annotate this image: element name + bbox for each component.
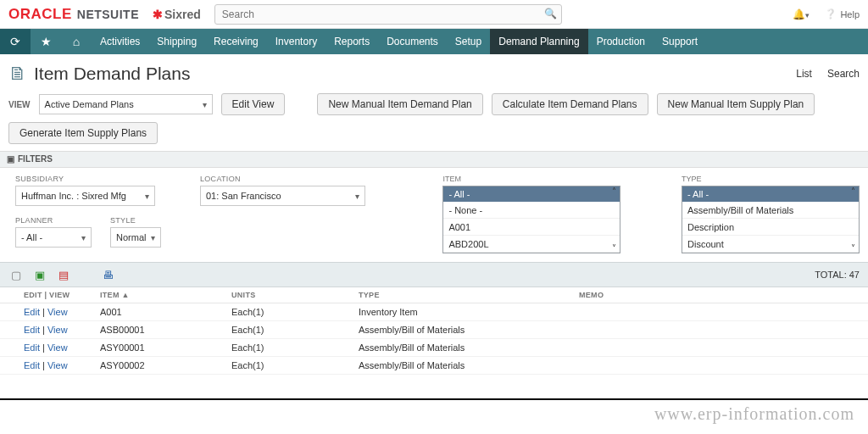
type-listbox-items: Assembly/Bill of MaterialsDescriptionDis…: [682, 202, 859, 253]
export-pdf-icon[interactable]: ▤: [56, 267, 71, 282]
cell-type: Inventory Item: [352, 303, 572, 321]
nav-item-documents[interactable]: Documents: [378, 29, 447, 54]
scroll-down-icon[interactable]: ˅: [851, 243, 855, 253]
brand-sixred: ✱ Sixred: [153, 8, 201, 21]
list-item[interactable]: ABD200L: [443, 236, 620, 253]
export-csv-icon[interactable]: ▢: [8, 267, 24, 282]
search-input[interactable]: [214, 4, 562, 25]
location-select[interactable]: 01: San Francisco: [200, 186, 365, 206]
watermark: www.erp-information.com: [654, 404, 854, 424]
style-select[interactable]: Normal: [110, 227, 161, 248]
calculate-demand-button[interactable]: Calculate Item Demand Plans: [492, 93, 648, 115]
type-listbox-head[interactable]: - All -: [682, 186, 859, 202]
nav-star-icon[interactable]: ★: [31, 35, 61, 48]
table-body: Edit | ViewA001Each(1)Inventory ItemEdit…: [0, 303, 868, 375]
cell-item: A001: [93, 303, 225, 321]
view-link[interactable]: View: [47, 325, 68, 335]
generate-row: Generate Item Supply Plans: [0, 120, 868, 151]
view-select[interactable]: Active Demand Plans: [39, 94, 213, 114]
filters-left: SUBSIDIARY Huffman Inc. : Sixred Mfg LOC…: [15, 175, 387, 248]
export-excel-icon[interactable]: ▣: [32, 267, 47, 282]
scroll-down-icon[interactable]: ˅: [612, 243, 616, 253]
list-link[interactable]: List: [796, 68, 812, 80]
nav-item-shipping[interactable]: Shipping: [148, 29, 205, 54]
nav-item-setup[interactable]: Setup: [447, 29, 490, 54]
view-link[interactable]: View: [47, 307, 68, 317]
th-memo[interactable]: MEMO: [572, 287, 868, 303]
edit-link[interactable]: Edit: [24, 360, 40, 370]
cell-units: Each(1): [225, 321, 352, 339]
nav-item-activities[interactable]: Activities: [92, 29, 148, 54]
style-value: Normal: [116, 232, 146, 242]
planner-value: - All -: [21, 232, 42, 242]
view-label: VIEW: [8, 100, 31, 109]
help-link[interactable]: ❔ Help: [825, 8, 860, 19]
view-link[interactable]: View: [47, 342, 68, 353]
list-item[interactable]: Discount: [682, 236, 859, 253]
filters-collapse-icon[interactable]: ▣: [7, 151, 14, 168]
cell-memo: [572, 321, 868, 339]
th-item[interactable]: ITEM ▲: [93, 287, 225, 303]
help-icon: ❔: [825, 8, 837, 19]
nav-item-support[interactable]: Support: [654, 29, 706, 54]
main-nav: ⟳ ★ ⌂ ActivitiesShippingReceivingInvento…: [0, 29, 868, 54]
nav-item-receiving[interactable]: Receiving: [205, 29, 267, 54]
nav-recent-icon[interactable]: ⟳: [0, 29, 31, 54]
item-listbox-head[interactable]: - All -: [443, 186, 620, 202]
search-icon[interactable]: 🔍: [544, 8, 557, 19]
scroll-up-icon[interactable]: ˄: [851, 186, 855, 196]
new-manual-demand-button[interactable]: New Manual Item Demand Plan: [317, 93, 482, 115]
page-doc-icon: 🗎: [8, 63, 27, 85]
view-row: VIEW Active Demand Plans Edit View New M…: [0, 90, 868, 120]
view-select-value: Active Demand Plans: [45, 99, 134, 109]
notifications-icon[interactable]: 🔔▾: [793, 8, 810, 20]
edit-link[interactable]: Edit: [24, 342, 40, 353]
brand-sixred-text: Sixred: [164, 8, 201, 21]
cell-memo: [572, 303, 868, 321]
cell-memo: [572, 339, 868, 357]
help-label: Help: [840, 9, 860, 19]
nav-item-inventory[interactable]: Inventory: [267, 29, 326, 54]
subsidiary-select[interactable]: Huffman Inc. : Sixred Mfg: [15, 186, 155, 206]
new-manual-supply-button[interactable]: New Manual Item Supply Plan: [657, 93, 815, 115]
th-editview[interactable]: EDIT | VIEW: [0, 287, 93, 303]
cell-type: Assembly/Bill of Materials: [352, 321, 572, 339]
list-item[interactable]: Description: [682, 219, 859, 236]
type-label: TYPE: [682, 175, 860, 183]
th-type[interactable]: TYPE: [352, 287, 572, 303]
edit-link[interactable]: Edit: [24, 307, 40, 317]
type-scroll[interactable]: ˄˅: [847, 186, 859, 253]
brand-oracle-netsuite: ORACLE NETSUITE: [8, 6, 139, 23]
planner-select[interactable]: - All -: [15, 227, 92, 248]
nav-item-demand-planning[interactable]: Demand Planning: [490, 29, 587, 54]
filters-header[interactable]: ▣ FILTERS: [0, 151, 868, 168]
style-label: STYLE: [110, 216, 161, 225]
list-item[interactable]: A001: [443, 219, 620, 236]
filter-style: STYLE Normal: [110, 216, 161, 248]
nav-item-production[interactable]: Production: [588, 29, 654, 54]
topbar: ORACLE NETSUITE ✱ Sixred 🔍 🔔▾ ❔ Help: [0, 0, 868, 29]
filter-subsidiary: SUBSIDIARY Huffman Inc. : Sixred Mfg: [15, 175, 176, 206]
edit-view-button[interactable]: Edit View: [221, 93, 286, 115]
page-title-row: 🗎 Item Demand Plans List Search: [0, 54, 868, 90]
search-link[interactable]: Search: [827, 68, 860, 80]
location-label: LOCATION: [200, 175, 387, 183]
global-search[interactable]: 🔍: [214, 4, 562, 25]
cell-units: Each(1): [225, 357, 352, 375]
view-link[interactable]: View: [47, 360, 68, 370]
cell-type: Assembly/Bill of Materials: [352, 339, 572, 357]
nav-item-reports[interactable]: Reports: [326, 29, 378, 54]
nav-home-icon[interactable]: ⌂: [61, 35, 92, 48]
th-units[interactable]: UNITS: [225, 287, 352, 303]
planner-label: PLANNER: [15, 216, 92, 225]
scroll-up-icon[interactable]: ˄: [612, 186, 616, 196]
print-icon[interactable]: 🖶: [100, 267, 115, 282]
item-listbox[interactable]: - All - - None -A001ABD200L ˄˅: [442, 186, 620, 253]
edit-link[interactable]: Edit: [24, 325, 40, 335]
results-table: EDIT | VIEW ITEM ▲ UNITS TYPE MEMO Edit …: [0, 287, 868, 375]
type-listbox[interactable]: - All - Assembly/Bill of MaterialsDescri…: [682, 186, 860, 253]
generate-supply-plans-button[interactable]: Generate Item Supply Plans: [8, 122, 158, 144]
list-item[interactable]: Assembly/Bill of Materials: [682, 202, 859, 219]
list-item[interactable]: - None -: [443, 202, 620, 219]
item-scroll[interactable]: ˄˅: [608, 186, 620, 253]
